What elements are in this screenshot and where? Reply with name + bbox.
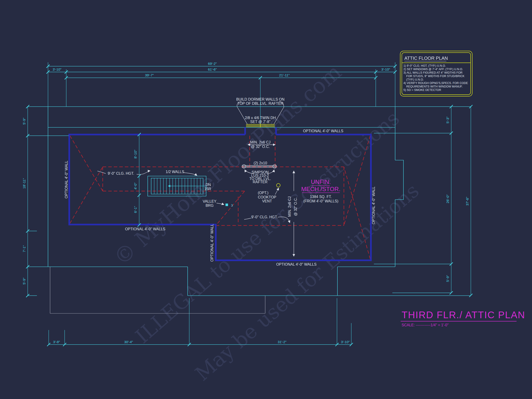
dormer-note-line1: BUILD DORMER WALLS ON — [236, 97, 284, 101]
note-line-1: 1) 9'-0" CLG. HGT. (TYP.) U.N.O. — [403, 64, 446, 67]
ceiling-height-label-2: 9'-0" CLG. HGT. — [251, 215, 278, 219]
valley-label-1: VALLEY — [203, 199, 216, 203]
notes-title: ATTIC FLOOR PLAN — [404, 56, 448, 61]
note-line-7: REQUIREMENTS WITH WINDOW MANUF. — [406, 85, 462, 88]
half-walls-label: 1/2 WALLS — [166, 170, 184, 174]
window-note-line1: 2/8 x 4/6 TWIN DH — [245, 116, 276, 120]
valley-number: 3 — [231, 203, 233, 207]
cooktop-opt-label: (OPT.) — [258, 191, 268, 195]
note-line-5: (TYP.) U.N.O. — [406, 78, 424, 81]
window-note-line2: SET @ 7'-8" — [250, 120, 271, 124]
stair-dn-label: DN — [205, 183, 211, 187]
floor-plan-canvas: © MyHomeFloorPlans.com ILLEGAL to use fo… — [0, 0, 532, 399]
room-area-note: (FROM 4'-0" WALLS) — [303, 199, 338, 203]
stair-riser-label: 15R — [204, 187, 211, 191]
dim-left-1: 5'-9" — [22, 118, 26, 125]
optional-walls — [69, 127, 371, 260]
ceiling-height-label-1: 9'-0" CLG. HGT. — [108, 171, 134, 175]
dim-stair-2: 4'-0" — [133, 183, 137, 190]
dormer-note-line2: TOP OF DBL.LVL. RAFTER — [237, 101, 283, 105]
room-name-line2: MECH./STOR. — [301, 185, 340, 192]
beam-label: (2) 2x10 — [254, 161, 267, 165]
optional-walls-label-left: OPTIONAL 4'-0" WALLS — [125, 227, 165, 231]
valley-label-2: BRG — [206, 203, 214, 208]
optional-walls-label-bottom: OPTIONAL 4'-0" WALLS — [276, 262, 317, 266]
dim-top-right-overhang: 3'-10" — [381, 67, 390, 71]
cooktop-vent-circle — [277, 184, 280, 187]
simpson-note-4: RAFTER — [253, 180, 267, 184]
note-line-8: 5) SD = SMOKE DETECTOR — [403, 88, 441, 92]
valley-bearing-marker — [226, 203, 228, 206]
sheet-title: THIRD FLR./ ATTIC PLAN — [402, 310, 525, 320]
cooktop-label-2: VENT — [262, 199, 272, 203]
joist-note-line2: @ 32" O.C. — [251, 145, 270, 149]
dim-right-1: 5'-3" — [446, 117, 450, 123]
dim-top-left-overhang: 3'-10" — [53, 67, 61, 71]
dim-bottom-4: 3'-10" — [341, 340, 350, 344]
optional-wall-label-east: OPTIONAL 4'-0" WALL — [372, 186, 375, 224]
joist-vertical-note-1: MIN. 2x6 CJ — [288, 196, 291, 217]
room-area: 1384 SQ. FT. — [310, 195, 332, 199]
dim-right-2: 26'-0" — [446, 195, 450, 203]
optional-walls-label-top: OPTIONAL 4'-0" WALLS — [303, 129, 343, 133]
dim-top-overall: 69'-2" — [208, 62, 217, 66]
watermark-copyright: © MyHomeFloorPlans.com — [109, 60, 346, 270]
note-line-3: 3) ALL WALLS FIGURED AT 4" WIDTHS FOR — [403, 71, 462, 74]
dim-left-2: 18'-11" — [22, 178, 26, 189]
dim-left-3: 7'-1" — [22, 245, 26, 252]
note-line-4: FOR STUDS, 9" WIDTHS FOR STUD/BRICK — [406, 75, 465, 78]
dim-bottom-1: 3'-8" — [53, 340, 60, 344]
dim-stair-3: 6'-1" — [133, 206, 137, 213]
dim-right-3: 5'-9" — [446, 275, 450, 282]
joist-note-line1: MIN. 2x6 CJ — [250, 140, 271, 144]
optional-wall-label-mid: OPTIONAL 4'-0" WALL — [210, 224, 214, 262]
drawing-sheet: © MyHomeFloorPlans.com ILLEGAL to use fo… — [0, 0, 532, 399]
sheet-scale: SCALE: ------------1/4" = 1'-0" — [402, 323, 449, 327]
watermark-estimations: May be used for Estimations — [191, 179, 423, 385]
watermark-group: © MyHomeFloorPlans.com ILLEGAL to use fo… — [109, 60, 423, 385]
dim-bottom-3: 31'-2" — [278, 340, 286, 344]
notes-box: ATTIC FLOOR PLAN 1) 9'-0" CLG. HGT. (TYP… — [400, 51, 472, 96]
note-line-6: 4) VERIFY ROUGH OPNG'S,SPECS. FOR CODE — [403, 82, 468, 85]
cooktop-label-1: COOKTOP — [258, 195, 276, 199]
dim-bottom-2: 30'-4" — [124, 340, 133, 344]
dim-right-overall: 37'-6" — [465, 197, 469, 206]
note-line-2: 2) SET WINDOWS @ 7'-4" AFF. (TYP.) U.N.O… — [403, 68, 463, 71]
dim-top-left-segment: 39'-7" — [145, 73, 154, 77]
dim-top-main: 61'-6" — [208, 67, 217, 71]
dim-top-right-segment: 21'-11" — [279, 73, 289, 77]
title-block: THIRD FLR./ ATTIC PLAN SCALE: ----------… — [401, 310, 525, 327]
room-name-line1: UNFIN. — [311, 178, 331, 185]
dim-left-4: 5'-9" — [22, 278, 26, 285]
dim-stair-1: 8'-10" — [133, 150, 137, 158]
joist-vertical-note-2: @ 32" O.C. — [294, 197, 298, 216]
optional-wall-label-west: OPTIONAL 4'-0" WALL — [64, 161, 68, 198]
floor-below-outline — [50, 267, 265, 313]
